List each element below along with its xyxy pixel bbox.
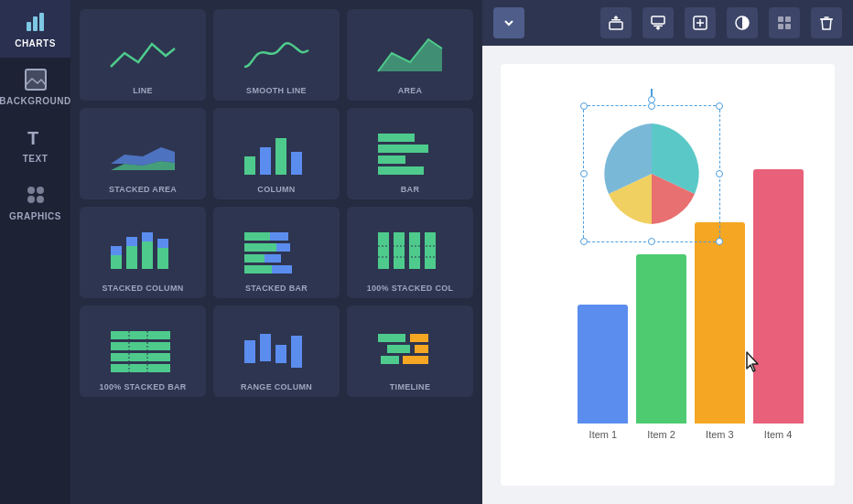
layer-down-button[interactable] <box>642 7 674 38</box>
svg-rect-12 <box>275 138 286 175</box>
svg-rect-14 <box>378 134 415 142</box>
svg-rect-56 <box>610 22 622 29</box>
grid-button[interactable] <box>769 7 800 38</box>
layer-up-button[interactable] <box>600 7 632 38</box>
background-icon <box>23 67 49 92</box>
sidebar: CHARTS BACKGROUND T TEXT GRAPHICS <box>0 0 70 504</box>
svg-rect-54 <box>381 356 399 364</box>
svg-rect-0 <box>27 22 31 31</box>
svg-rect-49 <box>291 336 302 368</box>
chart-tile-smooth-line[interactable]: SMOOTH LINE <box>213 9 340 101</box>
bar-label-4: Item 4 <box>764 429 793 440</box>
canvas-area[interactable]: Item 1 Item 2 Item 3 <box>482 46 853 504</box>
chart-tile-timeline[interactable]: TIMELINE <box>347 306 473 397</box>
svg-rect-18 <box>111 255 122 269</box>
svg-rect-63 <box>785 16 791 22</box>
svg-rect-21 <box>126 237 137 246</box>
chart-label-timeline: TIMELINE <box>390 382 430 391</box>
bar-item-4: Item 4 <box>753 169 804 440</box>
svg-rect-13 <box>291 152 302 175</box>
svg-rect-43 <box>111 364 170 372</box>
chart-label-100-stacked-bar: 100% STACKED BAR <box>99 382 186 391</box>
svg-rect-16 <box>378 155 405 164</box>
svg-rect-33 <box>272 265 292 273</box>
graphics-icon <box>23 182 49 208</box>
svg-rect-22 <box>142 241 153 269</box>
canvas-content: Item 1 Item 2 Item 3 <box>501 64 835 486</box>
svg-rect-24 <box>157 248 168 269</box>
svg-rect-34 <box>378 232 389 269</box>
chart-tile-100-stacked-bar[interactable]: 100% STACKED BAR <box>80 306 206 397</box>
svg-rect-47 <box>260 334 271 361</box>
chart-panel: LINE SMOOTH LINE AREA STACKED AREA <box>70 0 482 504</box>
bar-label-1: Item 1 <box>589 429 618 440</box>
svg-rect-30 <box>244 254 265 263</box>
chart-label-line: LINE <box>133 86 153 95</box>
sidebar-item-background[interactable]: BACKGROUND <box>0 58 70 115</box>
chart-label-column: COLUMN <box>257 185 295 194</box>
text-icon: T <box>23 124 49 150</box>
bar-2 <box>636 254 686 424</box>
svg-rect-64 <box>778 24 783 29</box>
chart-tile-stacked-area[interactable]: STACKED AREA <box>80 108 206 199</box>
pie-chart-container <box>592 114 711 233</box>
svg-rect-40 <box>111 331 170 339</box>
svg-rect-29 <box>276 243 290 252</box>
chart-tile-stacked-bar[interactable]: STACKED BAR <box>213 207 340 298</box>
bar-label-2: Item 2 <box>647 429 675 440</box>
svg-rect-52 <box>387 345 410 353</box>
chart-label-100-stacked-col: 100% STACKED COL <box>367 284 454 293</box>
svg-rect-28 <box>244 243 276 252</box>
main-canvas: Item 1 Item 2 Item 3 <box>482 0 853 504</box>
chart-grid: LINE SMOOTH LINE AREA STACKED AREA <box>80 9 473 397</box>
bar-1 <box>578 305 628 424</box>
cursor-icon <box>743 350 763 378</box>
svg-rect-20 <box>126 246 137 269</box>
pie-chart-svg <box>592 114 711 233</box>
sidebar-item-text[interactable]: T TEXT <box>0 115 70 173</box>
sidebar-label-charts: CHARTS <box>15 38 56 48</box>
svg-rect-19 <box>111 246 122 255</box>
svg-text:T: T <box>27 128 39 148</box>
add-button[interactable] <box>685 7 716 38</box>
sidebar-item-charts[interactable]: CHARTS <box>0 0 70 58</box>
chart-label-stacked-column: STACKED COLUMN <box>102 284 183 293</box>
chart-tile-range-column[interactable]: RANGE COLUMN <box>213 306 340 397</box>
svg-rect-58 <box>652 16 664 24</box>
svg-rect-35 <box>394 232 405 269</box>
chart-label-smooth-line: SMOOTH LINE <box>246 86 307 95</box>
chevron-down-button[interactable] <box>493 7 524 38</box>
svg-rect-26 <box>244 232 270 241</box>
handle-tl <box>580 102 588 110</box>
svg-rect-50 <box>378 334 405 342</box>
chart-tile-area[interactable]: AREA <box>347 9 473 101</box>
svg-point-7 <box>37 187 44 194</box>
chart-label-stacked-bar: STACKED BAR <box>245 284 308 293</box>
svg-rect-51 <box>410 334 428 342</box>
pie-selection <box>592 114 711 233</box>
svg-rect-48 <box>275 345 286 363</box>
chart-tile-stacked-column[interactable]: STACKED COLUMN <box>80 207 206 298</box>
handle-tr <box>716 102 723 110</box>
svg-rect-2 <box>39 13 44 31</box>
rotate-circle <box>648 96 655 103</box>
chart-label-range-column: RANGE COLUMN <box>241 382 312 391</box>
chart-tile-100-stacked-col[interactable]: 100% STACKED COL <box>347 207 473 298</box>
svg-rect-36 <box>409 232 420 269</box>
svg-rect-17 <box>378 166 424 175</box>
toolbar <box>482 0 853 46</box>
svg-point-8 <box>27 196 35 203</box>
handle-tm <box>648 102 655 110</box>
bar-label-3: Item 3 <box>706 429 734 440</box>
svg-rect-15 <box>378 145 428 153</box>
contrast-button[interactable] <box>727 7 758 38</box>
bar-4 <box>753 169 804 424</box>
svg-rect-53 <box>415 345 428 353</box>
chart-tile-column[interactable]: COLUMN <box>213 108 340 199</box>
chart-label-bar: BAR <box>401 185 419 194</box>
delete-button[interactable] <box>811 7 842 38</box>
chart-tile-bar[interactable]: BAR <box>347 108 473 199</box>
svg-point-9 <box>37 196 44 203</box>
sidebar-item-graphics[interactable]: GRAPHICS <box>0 173 70 231</box>
chart-tile-line[interactable]: LINE <box>80 9 206 101</box>
